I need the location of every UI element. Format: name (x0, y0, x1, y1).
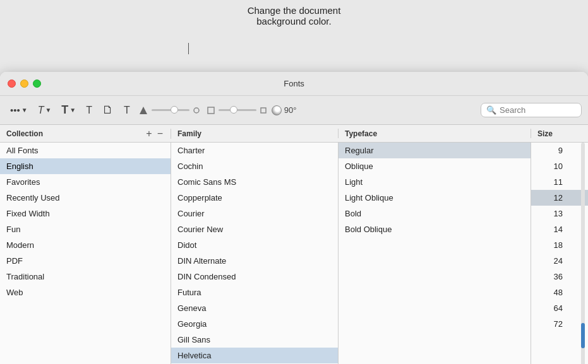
circle-icon (193, 107, 200, 114)
typeface-item[interactable]: Bold (339, 206, 531, 221)
toolbar: ••• ▼ T ▼ T ▼ T 🗋 T (0, 96, 588, 125)
size-header: Size (531, 129, 588, 138)
size-item[interactable]: 11 (531, 174, 588, 190)
size-item[interactable]: 12 (531, 190, 588, 206)
content-area: All FontsEnglishFavoritesRecently UsedFi… (0, 143, 588, 364)
typeface-item[interactable]: Oblique (339, 158, 531, 174)
styled-t-icon: T (124, 105, 130, 116)
italic-t-icon: T (38, 105, 44, 116)
dots-icon: ••• (10, 105, 20, 115)
size-item[interactable]: 18 (531, 237, 588, 253)
family-item[interactable]: Gill Sans (171, 332, 338, 348)
add-collection-button[interactable]: + (145, 129, 153, 139)
slider-1 (139, 106, 200, 115)
svg-rect-3 (261, 108, 266, 113)
family-item[interactable]: Copperplate (171, 190, 338, 206)
size-item[interactable]: 64 (531, 300, 588, 316)
font-style-button[interactable]: T ▼ (34, 102, 56, 119)
degree-display: 90° (272, 105, 297, 115)
svg-point-1 (194, 108, 199, 113)
typeface-item[interactable]: Light Oblique (339, 190, 531, 206)
degree-circle-icon (272, 105, 282, 115)
text-style-button[interactable]: T (120, 102, 134, 119)
chevron-down-icon2: ▼ (45, 107, 51, 114)
family-item[interactable]: Futura (171, 285, 338, 300)
collection-item[interactable]: Fixed Width (0, 206, 171, 221)
degree-value: 90° (284, 105, 297, 115)
rect-outline-icon (260, 107, 267, 114)
collection-item[interactable]: All Fonts (0, 143, 171, 158)
traffic-lights (8, 79, 41, 88)
column-headers: Collection + − Family Typeface Size (0, 125, 588, 143)
size-item[interactable]: 10 (531, 158, 588, 174)
text-button[interactable]: T (82, 102, 96, 119)
size-item[interactable]: 24 (531, 253, 588, 269)
rect-icon (207, 107, 215, 114)
tooltip-line2: background color. (0, 16, 588, 26)
titlebar: Fonts (0, 72, 588, 96)
typeface-item[interactable]: Bold Oblique (339, 221, 531, 237)
family-item[interactable]: Charter (171, 143, 338, 158)
triangle-icon (139, 106, 148, 115)
svg-marker-0 (140, 107, 147, 114)
collection-item[interactable]: Traditional (0, 269, 171, 285)
search-icon: 🔍 (486, 105, 496, 115)
family-item[interactable]: Cochin (171, 158, 338, 174)
family-item[interactable]: DIN Condensed (171, 269, 338, 285)
document-icon: 🗋 (102, 103, 114, 117)
collection-item[interactable]: PDF (0, 253, 171, 269)
collection-actions: + − (145, 129, 164, 139)
typeface-header: Typeface (339, 129, 531, 138)
collection-item[interactable]: Web (0, 285, 171, 300)
family-item[interactable]: Comic Sans MS (171, 174, 338, 190)
size-item[interactable]: 14 (531, 221, 588, 237)
tooltip-pointer (188, 43, 189, 54)
size-item[interactable]: 13 (531, 206, 588, 221)
window-title: Fonts (284, 79, 304, 88)
family-item[interactable]: Courier (171, 206, 338, 221)
size-item[interactable]: 72 (531, 316, 588, 332)
text-t-icon: T (86, 105, 92, 116)
family-item[interactable]: Courier New (171, 221, 338, 237)
collection-item[interactable]: Fun (0, 221, 171, 237)
svg-rect-2 (208, 107, 214, 114)
family-header: Family (171, 129, 339, 138)
size-column: 91011121314182436486472 (531, 143, 588, 364)
typeface-item[interactable]: Regular (339, 143, 531, 158)
size-item[interactable]: 9 (531, 143, 588, 158)
slider-track-2[interactable] (219, 109, 256, 111)
action-menu-button[interactable]: ••• ▼ (6, 102, 32, 118)
document-color-button[interactable]: 🗋 (99, 101, 117, 119)
family-item[interactable]: Geneva (171, 300, 338, 316)
size-list: 91011121314182436486472 (531, 143, 588, 364)
collection-item[interactable]: Recently Used (0, 190, 171, 206)
family-item[interactable]: Didot (171, 237, 338, 253)
close-button[interactable] (8, 79, 16, 88)
typeface-item[interactable]: Light (339, 174, 531, 190)
collection-item[interactable]: English (0, 158, 171, 174)
size-scrollbar[interactable] (580, 143, 585, 364)
collection-item[interactable]: Modern (0, 237, 171, 253)
remove-collection-button[interactable]: − (156, 129, 164, 139)
tooltip-line1: Change the document (0, 5, 588, 16)
tooltip: Change the document background color. (0, 5, 588, 26)
chevron-down-icon3: ▼ (69, 107, 76, 114)
slider-2 (207, 107, 267, 114)
size-item[interactable]: 48 (531, 285, 588, 300)
minimize-button[interactable] (20, 79, 28, 88)
slider-track-1[interactable] (152, 109, 189, 111)
family-item[interactable]: Georgia (171, 316, 338, 332)
search-input[interactable] (500, 105, 576, 115)
family-column: CharterCochinComic Sans MSCopperplateCou… (171, 143, 339, 364)
family-item[interactable]: DIN Alternate (171, 253, 338, 269)
size-t-icon: T (61, 103, 68, 117)
search-box[interactable]: 🔍 (481, 103, 582, 117)
chevron-down-icon: ▼ (21, 107, 28, 114)
size-item[interactable]: 36 (531, 269, 588, 285)
family-item[interactable]: Helvetica (171, 348, 338, 363)
collection-column: All FontsEnglishFavoritesRecently UsedFi… (0, 143, 171, 364)
font-size-button[interactable]: T ▼ (57, 101, 80, 119)
scrollbar-thumb[interactable] (581, 323, 585, 348)
maximize-button[interactable] (33, 79, 41, 88)
collection-item[interactable]: Favorites (0, 174, 171, 190)
